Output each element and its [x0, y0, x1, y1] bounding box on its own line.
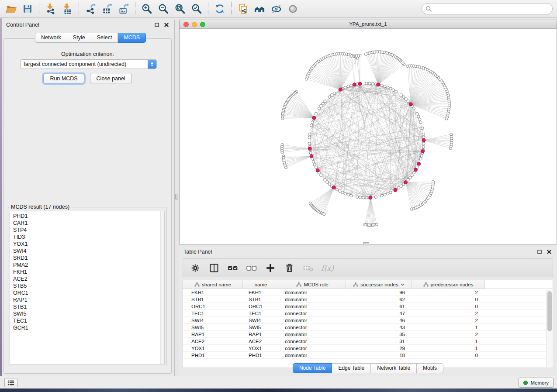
table-row[interactable]: ORC1ORC1dominator610 [183, 303, 553, 310]
tab-select[interactable]: Select [91, 33, 118, 43]
table-row[interactable]: ACE2ACE2connector311 [183, 338, 553, 345]
close-icon [164, 23, 169, 27]
table-settings-button[interactable] [190, 262, 201, 274]
close-mcds-panel-button[interactable]: Close panel [90, 74, 132, 83]
edges [309, 83, 424, 198]
table-scrollbar[interactable] [546, 290, 552, 367]
open-folder-icon [5, 3, 17, 14]
mcds-result-item[interactable]: YOX1 [13, 241, 164, 248]
table-row[interactable]: PHD1PHD1dominator180 [183, 352, 553, 359]
column-header-shared-name[interactable]: shared name [183, 280, 243, 289]
export-table-icon [101, 3, 113, 14]
refresh-layout-button[interactable] [211, 1, 228, 16]
table-scrollbar-thumb[interactable] [547, 291, 552, 331]
splitter-handle[interactable] [175, 194, 178, 199]
hide-selected-button[interactable] [268, 1, 284, 16]
zoom-out-button[interactable] [155, 1, 172, 16]
minimize-window-icon[interactable] [192, 22, 197, 27]
table-row[interactable]: FKH1FKH1dominator962 [183, 289, 553, 296]
tab-edge-table[interactable]: Edge Table [332, 363, 371, 373]
table-row[interactable]: TEC1TEC1connector472 [183, 310, 553, 317]
table-row[interactable]: STB1STB1dominator620 [183, 296, 553, 303]
maximize-window-icon[interactable] [200, 22, 205, 27]
zoom-in-button[interactable] [138, 1, 155, 16]
search-field[interactable] [422, 3, 553, 14]
mcds-result-item[interactable]: FKH1 [13, 268, 164, 275]
memory-button[interactable]: Memory [519, 378, 554, 388]
save-session-button[interactable] [19, 1, 36, 16]
table-cell: PHD1 [243, 353, 279, 358]
mcds-result-item[interactable]: CAR1 [13, 220, 164, 227]
float-table-panel-button[interactable] [536, 248, 543, 255]
table-toolbar: f(x) [183, 258, 553, 277]
column-header-name[interactable]: name [243, 280, 279, 289]
mcds-result-item[interactable]: STB1 [13, 303, 164, 310]
horizontal-splitter-handle[interactable] [363, 242, 369, 245]
mcds-result-item[interactable]: STP4 [13, 227, 164, 234]
open-session-button[interactable] [3, 1, 19, 16]
tab-network[interactable]: Network [35, 33, 67, 43]
mcds-result-item[interactable]: TID3 [13, 234, 164, 241]
create-column-button[interactable] [265, 262, 276, 274]
import-network-button[interactable] [42, 1, 59, 16]
close-window-icon[interactable] [183, 22, 189, 27]
vertical-splitter[interactable] [175, 20, 179, 376]
column-label: predecessor nodes [431, 282, 474, 287]
table-row[interactable]: SWI4SWI4dominator462 [183, 317, 553, 324]
mcds-result-item[interactable]: SWI4 [13, 248, 164, 254]
run-mcds-button[interactable]: Run MCDS [43, 74, 84, 83]
mcds-result-item[interactable]: SRD1 [13, 254, 164, 261]
close-panel-button[interactable] [163, 21, 170, 28]
float-panel-button[interactable] [153, 21, 160, 28]
close-table-panel-button[interactable] [546, 248, 553, 255]
delete-column-button[interactable] [284, 262, 295, 274]
split-panel-icon [209, 263, 219, 273]
mcds-list-scrollbar[interactable] [160, 211, 164, 364]
sort-desc-icon [401, 283, 405, 286]
tab-node-table[interactable]: Node Table [293, 363, 332, 373]
mcds-result-item[interactable]: PMA2 [13, 261, 164, 268]
table-cell: YOX1 [183, 346, 243, 351]
export-table-button[interactable] [99, 1, 115, 16]
table-row[interactable]: RAP1RAP1dominator352 [183, 331, 553, 338]
toolbar-separator [231, 2, 232, 15]
table-cell: dominator [279, 353, 346, 358]
mcds-result-item[interactable]: ORC1 [13, 289, 164, 296]
tab-network-table[interactable]: Network Table [371, 363, 417, 373]
network-canvas[interactable] [180, 29, 557, 244]
new-network-from-selection-button[interactable] [235, 1, 251, 16]
import-table-button[interactable] [59, 1, 76, 16]
export-image-button[interactable] [115, 1, 132, 16]
network-home-button[interactable] [251, 1, 268, 16]
network-window-titlebar[interactable]: YPA_prune.txt_1 [180, 20, 557, 29]
mcds-result-item[interactable]: ACE2 [13, 275, 164, 282]
mcds-result-item[interactable]: RAP1 [13, 296, 164, 303]
select-all-columns-button[interactable] [227, 262, 239, 274]
table-cell: SWI4 [243, 318, 279, 323]
mcds-result-item[interactable]: STB5 [13, 282, 164, 289]
tab-motifs[interactable]: Motifs [417, 363, 443, 373]
column-header-predecessor-nodes[interactable]: predecessor nodes [412, 280, 485, 289]
zoom-fit-button[interactable] [172, 1, 188, 16]
column-header-successor-nodes[interactable]: successor nodes [346, 280, 412, 289]
mcds-result-item[interactable]: SWI5 [13, 310, 164, 317]
mcds-result-item[interactable]: GCR1 [13, 324, 164, 331]
mcds-result-item[interactable]: PHD1 [13, 213, 164, 220]
show-all-button[interactable] [284, 1, 301, 16]
optimization-criterion-select[interactable]: largest connected component (undirected) [20, 59, 157, 69]
export-network-button[interactable] [82, 1, 99, 16]
table-cell: ORC1 [183, 304, 243, 309]
zoom-selected-button[interactable] [188, 1, 205, 16]
show-column-panel-button[interactable] [208, 262, 220, 274]
column-header-MCDS-role[interactable]: MCDS role [279, 280, 346, 289]
task-history-button[interactable] [4, 378, 17, 387]
mcds-result-item[interactable]: TEC1 [13, 317, 164, 324]
unselect-all-columns-button[interactable] [246, 262, 257, 274]
search-input[interactable] [434, 6, 549, 12]
tab-style[interactable]: Style [67, 33, 91, 43]
table-row[interactable]: YOX1YOX1connector291 [183, 345, 553, 352]
table-row[interactable]: SWI5SWI5connector431 [183, 324, 553, 331]
node-table: shared namenameMCDS rolesuccessor nodesp… [183, 280, 553, 368]
memory-status-icon [523, 381, 528, 385]
tab-mcds[interactable]: MCDS [118, 33, 146, 43]
